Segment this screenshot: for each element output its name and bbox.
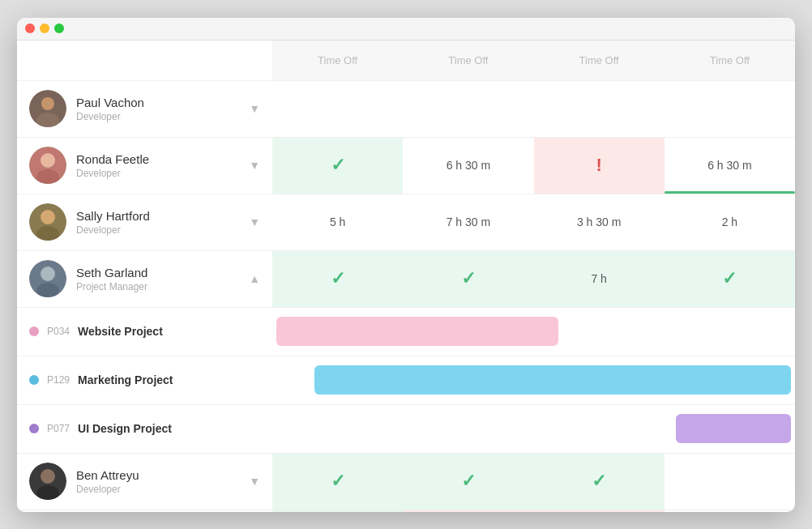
avatar: [29, 260, 66, 297]
data-cell: ✓: [403, 454, 533, 510]
person-name: Paul Vachon: [76, 96, 239, 109]
data-cell: ✓: [272, 138, 403, 194]
table-row: Seth Garland Project Manager ▲ ✓ ✓ 7 h ✓: [17, 251, 795, 308]
green-bar: [665, 191, 795, 194]
check-icon: ✓: [331, 471, 345, 492]
project-label-uidesign: P077 UI Design Project: [17, 422, 272, 435]
check-icon: ✓: [331, 268, 345, 289]
main-window: Time Off Time Off Time Off Time Off: [17, 18, 795, 512]
person-info: Seth Garland Project Manager: [76, 266, 239, 292]
marketing-project-bar: [314, 365, 791, 395]
data-cell: ✓: [272, 510, 403, 512]
person-role: Developer: [76, 224, 239, 236]
project-label-website: P034 Website Project: [17, 325, 272, 338]
person-seth-garland: Seth Garland Project Manager ▲: [17, 251, 272, 307]
person-info: Paul Vachon Developer: [76, 96, 239, 122]
check-icon: ✓: [331, 155, 345, 176]
data-cell: [665, 81, 795, 137]
data-cell: ✓: [272, 454, 403, 510]
project-label-marketing: P129 Marketing Project: [17, 373, 272, 386]
project-bar-area: [272, 356, 795, 404]
svg-point-13: [41, 469, 55, 484]
person-role: Developer: [76, 111, 239, 122]
minimize-dot[interactable]: [40, 23, 49, 33]
person-role: Developer: [76, 168, 239, 179]
chevron-icon[interactable]: ▼: [249, 159, 260, 172]
website-project-bar: [276, 317, 558, 346]
data-cell: [534, 81, 665, 137]
check-icon: ✓: [592, 471, 606, 492]
person-role: Project Manager: [76, 281, 239, 292]
data-cell: 6 h 30 m: [403, 138, 533, 194]
person-name: Sally Hartford: [76, 209, 239, 223]
header-col-3: Time Off: [534, 41, 665, 80]
table-row: Sean Locke Developer ▼ ✓ ! !: [17, 510, 795, 512]
project-id: P077: [47, 423, 70, 434]
data-cell: 3 h 30 m: [534, 194, 665, 250]
data-cell: ✓: [665, 251, 795, 307]
data-cell: [665, 510, 795, 512]
person-sally-hartford: Sally Hartford Developer ▼: [17, 194, 272, 250]
check-icon: ✓: [722, 268, 737, 289]
header-person-cell: [17, 41, 272, 80]
data-cell: 7 h 30 m: [403, 194, 533, 250]
table-row: Ronda Feetle Developer ▼ ✓ 6 h 30 m ! 6 …: [17, 138, 795, 194]
data-cell: !: [534, 510, 665, 512]
avatar: [29, 203, 66, 241]
header-row: Time Off Time Off Time Off Time Off: [17, 41, 795, 81]
titlebar: [17, 18, 795, 41]
person-info: Sally Hartford Developer: [76, 209, 239, 236]
project-row: P129 Marketing Project: [17, 356, 795, 405]
person-name: Ronda Feetle: [76, 152, 239, 166]
header-col-4: Time Off: [665, 41, 795, 80]
data-cell: ✓: [272, 251, 403, 307]
person-ben-attreyu: Ben Attreyu Developer ▼: [17, 454, 272, 510]
schedule-table: Time Off Time Off Time Off Time Off: [17, 41, 795, 512]
uidesign-project-bar: [676, 414, 791, 443]
svg-point-4: [41, 153, 55, 168]
chevron-icon[interactable]: ▼: [249, 102, 260, 115]
data-cell: !: [403, 510, 533, 512]
data-cell: [272, 81, 403, 137]
person-sean-locke: Sean Locke Developer ▼: [17, 510, 272, 512]
header-col-2: Time Off: [403, 41, 533, 80]
table-row: Paul Vachon Developer ▼: [17, 81, 795, 138]
data-cell: [403, 81, 533, 137]
person-paul-vachon: Paul Vachon Developer ▼: [17, 81, 272, 137]
project-color-dot: [29, 375, 39, 385]
avatar: [29, 90, 66, 127]
header-col-1: Time Off: [272, 41, 403, 80]
avatar: [29, 463, 66, 500]
chevron-icon[interactable]: ▲: [249, 272, 260, 285]
close-dot[interactable]: [25, 23, 35, 33]
chevron-icon[interactable]: ▼: [249, 215, 260, 228]
project-color-dot: [29, 424, 39, 433]
svg-point-10: [41, 267, 55, 281]
avatar: [29, 147, 66, 184]
data-cell: ✓: [534, 454, 665, 510]
exclamation-icon: !: [596, 155, 601, 176]
person-info: Ben Attreyu Developer: [76, 468, 239, 495]
project-name: Marketing Project: [78, 373, 173, 386]
project-color-dot: [29, 326, 39, 336]
project-name: Website Project: [78, 325, 163, 338]
check-icon: ✓: [461, 268, 476, 289]
project-bar-area: [272, 307, 795, 356]
person-info: Ronda Feetle Developer: [76, 152, 239, 179]
project-id: P129: [47, 374, 70, 386]
chevron-icon[interactable]: ▼: [249, 475, 260, 488]
data-cell: 6 h 30 m: [665, 138, 795, 194]
data-cell: 5 h: [272, 194, 403, 250]
table-row: Ben Attreyu Developer ▼ ✓ ✓ ✓: [17, 454, 795, 510]
svg-point-1: [41, 97, 54, 110]
maximize-dot[interactable]: [54, 23, 64, 33]
svg-point-7: [41, 210, 55, 224]
project-id: P034: [47, 326, 70, 337]
data-cell: !: [534, 138, 665, 194]
person-role: Developer: [76, 484, 239, 495]
project-row: P077 UI Design Project: [17, 405, 795, 454]
data-cell: ✓: [403, 251, 533, 307]
project-bar-area: [272, 404, 795, 453]
content-area: Time Off Time Off Time Off Time Off: [17, 41, 795, 512]
project-row: P034 Website Project: [17, 308, 795, 356]
